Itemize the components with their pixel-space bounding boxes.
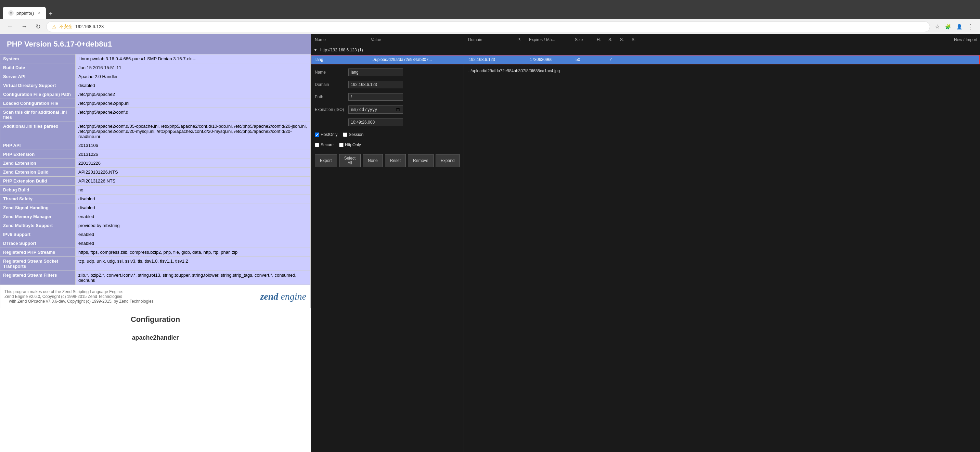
cookie-s: ✓ (608, 57, 618, 62)
remove-button[interactable]: Remove (408, 154, 434, 167)
phpinfo-footer-text: This program makes use of the Zend Scrip… (5, 289, 154, 304)
hostonly-checkbox[interactable] (315, 133, 319, 137)
domain-arrow: ▼ (313, 48, 318, 53)
phpinfo-page: PHP Version 5.6.17-0+deb8u1 SystemLinux … (0, 34, 311, 452)
menu-button[interactable]: ⋮ (966, 22, 976, 32)
reset-button[interactable]: Reset (385, 154, 406, 167)
domain-text: http://192.168.6.123 (1) (320, 48, 977, 53)
phpinfo-title: PHP Version 5.6.17-0+deb8u1 (7, 40, 304, 49)
subsection-title: apache2handler (0, 331, 311, 345)
extensions-button[interactable]: 🧩 (943, 22, 953, 31)
session-checkbox-label[interactable]: Session (343, 132, 363, 137)
nav-actions: ☆ 🧩 👤 ⋮ (933, 22, 976, 32)
forward-button[interactable]: → (19, 22, 30, 32)
cookie-expires: 1730630966 (528, 57, 573, 62)
phpinfo-footer: This program makes use of the Zend Scrip… (0, 285, 311, 308)
export-button[interactable]: Export (315, 154, 337, 167)
address-text: 192.168.6.123 (75, 24, 104, 29)
header-value: Value (369, 37, 465, 42)
tab-title: phpinfo() (16, 11, 34, 16)
tab-close-button[interactable]: × (38, 11, 40, 15)
session-label-text: Session (349, 132, 363, 137)
header-p: P. (516, 37, 526, 42)
section-title: Configuration (0, 308, 311, 331)
checkbox-row-2: Secure HttpOnly (315, 142, 460, 147)
hostonly-label-text: HostOnly (321, 132, 337, 137)
new-import-button[interactable]: New / Import (642, 37, 977, 42)
expand-button[interactable]: Expand (436, 154, 460, 167)
name-input[interactable] (348, 69, 403, 76)
secure-checkbox-label[interactable]: Secure (315, 142, 334, 147)
zend-logo: zend engine (260, 291, 306, 302)
cookie-full-value: ../upload/d29afda72e984ab307f8f0f685ca1a… (468, 69, 976, 73)
checkbox-row-1: HostOnly Session (315, 132, 460, 137)
back-button[interactable]: ← (4, 22, 16, 32)
new-tab-button[interactable]: + (46, 8, 56, 19)
expiration-time-input[interactable] (348, 118, 403, 126)
expiration-field-row: Expiration (ISO) (315, 105, 460, 114)
cookie-domain-row[interactable]: ▼ http://192.168.6.123 (1) (311, 45, 980, 55)
domain-field-row: Domain (315, 81, 460, 88)
header-sss: S. (630, 37, 641, 42)
header-ss: S. (619, 37, 629, 42)
phpinfo-table: SystemLinux pwnlab 3.16.0-4-686-pae #1 S… (0, 54, 311, 285)
security-icon: ⚠ (52, 24, 56, 29)
tab-bar: ⊕ phpinfo() × + (3, 0, 56, 19)
nav-bar: ← → ↻ ⚠ 不安全 192.168.6.123 ☆ 🧩 👤 ⋮ (0, 19, 980, 34)
cookie-name: lang (314, 57, 369, 62)
header-name: Name (313, 37, 368, 42)
security-text: 不安全 (59, 24, 73, 30)
cookie-value: ../upload/d29afda72e984ab307... (370, 57, 466, 62)
session-checkbox[interactable] (343, 133, 347, 137)
tab-favicon: ⊕ (8, 10, 14, 16)
action-buttons-row: Export Select All None Reset Remove Expa… (315, 154, 460, 167)
path-field-row: Path (315, 93, 460, 101)
header-domain: Domain (467, 37, 515, 42)
expiration-time-row (315, 118, 460, 126)
profile-button[interactable]: 👤 (955, 22, 964, 31)
hostonly-checkbox-label[interactable]: HostOnly (315, 132, 337, 137)
cookie-list-header: Name Value Domain P. Expires / Ma... Siz… (311, 34, 980, 45)
name-field-row: Name (315, 69, 460, 76)
select-all-button[interactable]: Select All (339, 154, 361, 167)
header-expires: Expires / Ma... (528, 37, 572, 42)
cookie-panel: Name Value Domain P. Expires / Ma... Siz… (311, 34, 980, 452)
httponly-checkbox[interactable] (339, 143, 344, 147)
httponly-label-text: HttpOnly (345, 142, 361, 147)
secure-checkbox[interactable] (315, 143, 319, 147)
active-tab[interactable]: ⊕ phpinfo() × (3, 7, 46, 19)
cookie-item-row[interactable]: lang ../upload/d29afda72e984ab307... 192… (311, 55, 980, 64)
cookie-size: 50 (574, 57, 595, 62)
bookmark-button[interactable]: ☆ (933, 22, 942, 31)
expiration-label: Expiration (ISO) (315, 107, 345, 112)
name-label: Name (315, 70, 345, 75)
cookie-domain: 192.168.6.123 (468, 57, 515, 62)
path-label: Path (315, 94, 345, 99)
address-bar[interactable]: ⚠ 不安全 192.168.6.123 (46, 21, 930, 32)
header-h: H. (595, 37, 606, 42)
expiration-date-input[interactable] (348, 105, 403, 114)
value-display-area: ../upload/d29afda72e984ab307f8f0f685ca1a… (464, 64, 980, 452)
refresh-button[interactable]: ↻ (33, 22, 43, 32)
phpinfo-header: PHP Version 5.6.17-0+deb8u1 (0, 34, 311, 54)
secure-label-text: Secure (321, 142, 334, 147)
header-size: Size (573, 37, 594, 42)
none-button[interactable]: None (363, 154, 383, 167)
httponly-checkbox-label[interactable]: HttpOnly (339, 142, 361, 147)
detail-area: Name Domain Path Expiration (ISO) (311, 64, 980, 452)
detail-fields: Name Domain Path Expiration (ISO) (311, 64, 464, 452)
path-input[interactable] (348, 93, 403, 101)
domain-label: Domain (315, 82, 345, 87)
header-s: S. (607, 37, 617, 42)
browser-chrome: ⊕ phpinfo() × + (0, 0, 980, 19)
domain-input[interactable] (348, 81, 403, 88)
